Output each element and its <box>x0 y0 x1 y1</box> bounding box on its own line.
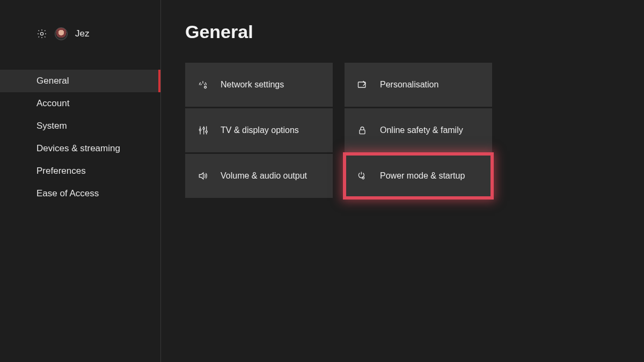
volume-icon <box>197 170 209 182</box>
user-name: Jez <box>75 28 89 39</box>
sidebar-item-label: Account <box>36 98 69 109</box>
tile-label: Personalisation <box>380 80 438 90</box>
tv-icon <box>197 124 209 136</box>
tile-label: TV & display options <box>221 125 299 135</box>
tiles-grid: Network settings Personalisation <box>185 63 644 198</box>
sidebar-item-label: Preferences <box>36 166 86 176</box>
sidebar-item-ease-of-access[interactable]: Ease of Access <box>0 182 160 205</box>
tile-network-settings[interactable]: Network settings <box>185 63 333 107</box>
svg-point-4 <box>203 128 204 129</box>
sidebar-item-general[interactable]: General <box>0 70 160 92</box>
user-row[interactable]: Jez <box>0 26 160 42</box>
sidebar-item-label: Ease of Access <box>36 188 99 199</box>
svg-point-3 <box>199 129 201 131</box>
sidebar-item-label: Devices & streaming <box>36 143 120 154</box>
svg-point-1 <box>204 86 207 88</box>
sidebar-item-label: General <box>36 76 69 86</box>
avatar <box>55 27 68 40</box>
network-icon <box>197 79 209 91</box>
tile-label: Volume & audio output <box>221 171 307 181</box>
gear-icon <box>36 28 47 39</box>
svg-point-5 <box>206 131 207 132</box>
svg-rect-6 <box>360 130 365 134</box>
personalise-icon <box>356 79 368 91</box>
sidebar-item-label: System <box>36 121 67 131</box>
lock-icon <box>356 124 368 136</box>
tile-tv-display[interactable]: TV & display options <box>185 108 333 152</box>
tile-label: Network settings <box>221 80 284 90</box>
power-icon <box>356 170 368 182</box>
tile-label: Online safety & family <box>380 125 463 135</box>
tile-online-safety[interactable]: Online safety & family <box>345 108 492 152</box>
page-title: General <box>185 21 644 42</box>
sidebar-item-system[interactable]: System <box>0 115 160 137</box>
tile-label: Power mode & startup <box>380 171 465 181</box>
sidebar-item-devices[interactable]: Devices & streaming <box>0 137 160 160</box>
tile-power-mode[interactable]: Power mode & startup <box>345 154 492 198</box>
sidebar-item-account[interactable]: Account <box>0 92 160 115</box>
svg-point-0 <box>40 32 43 35</box>
tile-personalisation[interactable]: Personalisation <box>345 63 492 107</box>
main-content: General Network settings <box>161 0 644 362</box>
tile-volume-audio[interactable]: Volume & audio output <box>185 154 333 198</box>
sidebar: Jez General Account System Devices & str… <box>0 0 161 362</box>
sidebar-item-preferences[interactable]: Preferences <box>0 160 160 182</box>
